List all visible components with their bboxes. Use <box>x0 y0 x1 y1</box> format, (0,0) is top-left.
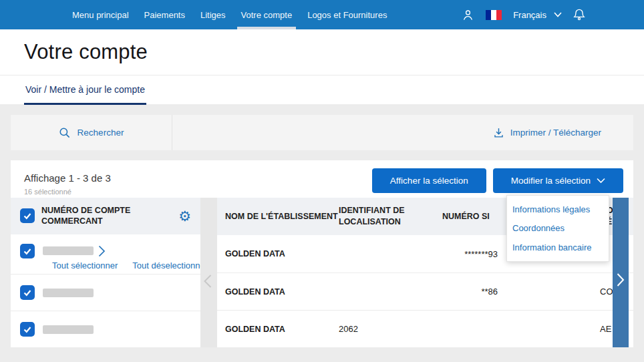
establishment-name: GOLDEN DATA <box>225 325 339 334</box>
user-icon[interactable] <box>462 9 474 21</box>
search-button[interactable]: Rechercher <box>11 115 172 150</box>
page-title: Votre compte <box>24 40 148 64</box>
account-number-placeholder <box>43 246 94 255</box>
table-row[interactable]: GOLDEN DATA **86 CO <box>217 273 633 310</box>
column-header-location: IDENTIFIANT DE LOCALISATION <box>339 205 418 228</box>
accounts-table: NUMÉRO DE COMPTE COMMERCANT ⚙ <box>11 198 200 347</box>
nav-litiges[interactable]: Litiges <box>200 0 226 29</box>
nav-menu-principal[interactable]: Menu principal <box>72 0 129 29</box>
column-header-name: NOM DE L'ÉTABLISSEMENT <box>225 212 339 221</box>
chevron-down-icon <box>597 178 605 184</box>
scroll-right-bar[interactable] <box>613 198 629 347</box>
chevron-right-icon <box>617 273 625 287</box>
account-number-placeholder <box>43 325 94 334</box>
selected-count: 16 sélectionné <box>24 188 71 196</box>
menu-item-informations-legales[interactable]: Informations légales <box>512 204 609 214</box>
row-checkbox[interactable] <box>20 322 35 337</box>
modify-selection-menu: Informations légales Coordonnées Informa… <box>506 195 609 262</box>
account-row <box>11 274 200 311</box>
account-row <box>11 311 200 347</box>
menu-item-information-bancaire[interactable]: Information bancaire <box>512 242 609 252</box>
french-flag-icon <box>486 10 502 20</box>
bell-icon[interactable] <box>573 8 585 21</box>
column-header-number: NUMÉRO SI <box>442 212 498 221</box>
tab-voir-mettre-a-jour[interactable]: Voir / Mettre à jour le compte <box>24 75 146 105</box>
nav-votre-compte[interactable]: Votre compte <box>241 0 293 29</box>
select-all-checkbox[interactable] <box>20 208 35 223</box>
nav-paiements[interactable]: Paiements <box>144 0 185 29</box>
page-header: Votre compte Voir / Mettre à jour le com… <box>0 29 644 104</box>
row-checkbox[interactable] <box>20 285 35 300</box>
show-selection-button[interactable]: Afficher la sélection <box>372 168 486 193</box>
row-checkbox[interactable] <box>20 244 35 258</box>
nav-logos-fournitures[interactable]: Logos et Fournitures <box>307 0 387 29</box>
toolbar: Rechercher Imprimer / Télécharger <box>11 115 633 150</box>
chevron-right-icon[interactable] <box>98 245 106 257</box>
masked-number: *******93 <box>442 249 498 259</box>
account-number-placeholder <box>43 289 94 297</box>
modify-selection-label: Modifier la sélection <box>511 176 591 186</box>
results-range: Affichage 1 - 3 de 3 <box>24 172 111 184</box>
masked-number: **86 <box>442 287 498 297</box>
gear-icon[interactable]: ⚙ <box>178 209 191 223</box>
download-icon <box>493 127 504 138</box>
print-download-label: Imprimer / Télécharger <box>510 128 601 138</box>
accounts-table-header: NUMÉRO DE COMPTE COMMERCANT ⚙ <box>11 198 200 234</box>
show-selection-label: Afficher la sélection <box>390 176 468 186</box>
menu-item-coordonnees[interactable]: Coordonnées <box>512 223 609 233</box>
top-navigation: Menu principal Paiements Litiges Votre c… <box>72 0 387 29</box>
print-download-button[interactable]: Imprimer / Télécharger <box>493 115 633 150</box>
tab-row: Voir / Mettre à jour le compte <box>0 75 644 104</box>
modify-selection-button[interactable]: Modifier la sélection <box>493 168 623 193</box>
establishment-name: GOLDEN DATA <box>225 287 339 297</box>
search-icon <box>59 127 71 139</box>
deselect-all-link[interactable]: Tout déselectionner <box>132 260 208 270</box>
account-row: Tout sélectionner Tout déselectionner <box>11 234 200 274</box>
top-bar: Menu principal Paiements Litiges Votre c… <box>0 0 644 29</box>
chevron-left-icon[interactable] <box>203 274 212 289</box>
table-row[interactable]: GOLDEN DATA 2062 AE <box>217 310 633 347</box>
accounts-column-header: NUMÉRO DE COMPTE COMMERCANT <box>41 205 143 228</box>
establishment-name: GOLDEN DATA <box>225 249 339 258</box>
chevron-down-icon[interactable] <box>554 12 562 17</box>
select-all-link[interactable]: Tout sélectionner <box>52 260 118 270</box>
location-id: 2062 <box>339 324 442 334</box>
search-label: Rechercher <box>77 128 124 138</box>
language-label[interactable]: Français <box>513 10 546 20</box>
table-gutter <box>200 198 217 347</box>
